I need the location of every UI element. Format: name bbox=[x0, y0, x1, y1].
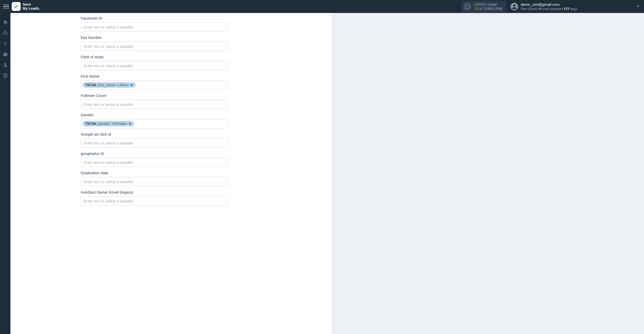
home-icon[interactable] bbox=[3, 19, 8, 25]
svg-rect-5 bbox=[6, 34, 7, 35]
chip-remove-icon[interactable]: ✕ bbox=[130, 83, 133, 87]
variable-input[interactable] bbox=[81, 42, 228, 51]
svg-point-8 bbox=[4, 63, 6, 65]
variable-input[interactable] bbox=[81, 138, 228, 148]
field-label: Follower Count bbox=[81, 93, 228, 98]
field-group: HubSpot Owner Email (legacy) bbox=[81, 190, 228, 206]
svg-point-2 bbox=[513, 4, 516, 7]
svg-rect-7 bbox=[3, 53, 7, 56]
variable-input[interactable] bbox=[81, 61, 228, 70]
form-card: Facebook IDFax NumberField of studyFirst… bbox=[10, 13, 331, 334]
usage-indicator[interactable]: LEADS usage: 20 of 13'850 (0%) bbox=[462, 1, 506, 12]
field-label: googleplus ID bbox=[81, 151, 228, 156]
help-icon[interactable] bbox=[3, 73, 8, 78]
variable-input[interactable] bbox=[81, 177, 228, 186]
svg-point-0 bbox=[467, 5, 468, 6]
user-plan: Plan |Start| left until payment 177 days bbox=[521, 7, 577, 11]
field-label: Field of study bbox=[81, 55, 228, 59]
field-group: First NameTikTok | first_name: «Jane» ✕ bbox=[81, 74, 228, 90]
svg-rect-1 bbox=[467, 6, 468, 8]
field-label: HubSpot Owner Email (legacy) bbox=[81, 190, 228, 194]
main-area: Facebook IDFax NumberField of studyFirst… bbox=[10, 13, 644, 334]
variable-input[interactable] bbox=[81, 196, 228, 206]
field-label: Facebook ID bbox=[81, 16, 228, 20]
field-label: Gender bbox=[81, 113, 228, 117]
usage-label: LEADS usage: bbox=[474, 2, 502, 6]
svg-rect-3 bbox=[5, 31, 6, 32]
info-icon bbox=[464, 3, 471, 10]
field-group: googleplus ID bbox=[81, 151, 228, 167]
sitemap-icon[interactable] bbox=[3, 30, 8, 36]
svg-text:$: $ bbox=[4, 41, 6, 46]
topbar: Save My Leads. LEADS usage: 20 of 13'850… bbox=[0, 0, 644, 13]
field-label: Google ad click id bbox=[81, 132, 228, 136]
variable-input[interactable]: TikTok | gender: «Female» ✕ bbox=[81, 119, 228, 128]
variable-input[interactable] bbox=[81, 22, 228, 32]
sidebar: $ bbox=[0, 13, 10, 334]
user-avatar-icon bbox=[511, 3, 518, 10]
field-group: GenderTikTok | gender: «Female» ✕ bbox=[81, 113, 228, 128]
svg-rect-4 bbox=[3, 34, 4, 35]
user-menu[interactable]: demo_sml@gmail.com Plan |Start| left unt… bbox=[511, 2, 577, 11]
user-icon[interactable] bbox=[3, 62, 8, 68]
field-group: Field of study bbox=[81, 55, 228, 70]
variable-input[interactable]: TikTok | first_name: «Jane» ✕ bbox=[81, 80, 228, 90]
variable-chip: TikTok | gender: «Female» ✕ bbox=[83, 121, 134, 126]
field-label: First Name bbox=[81, 74, 228, 78]
user-email: demo_sml@gmail.com bbox=[521, 2, 577, 7]
briefcase-icon[interactable] bbox=[3, 51, 8, 57]
logo-text: Save My Leads. bbox=[23, 3, 40, 10]
field-group: Follower Count bbox=[81, 93, 228, 109]
field-group: Graduation date bbox=[81, 171, 228, 186]
variable-chip: TikTok | first_name: «Jane» ✕ bbox=[83, 82, 136, 88]
svg-point-10 bbox=[5, 76, 6, 77]
chip-remove-icon[interactable]: ✕ bbox=[129, 122, 131, 126]
checkmark-icon bbox=[14, 4, 19, 9]
field-group: Facebook ID bbox=[81, 16, 228, 32]
field-group: Google ad click id bbox=[81, 132, 228, 148]
variable-input[interactable] bbox=[81, 100, 228, 109]
chevron-down-icon[interactable] bbox=[577, 4, 640, 9]
field-group: Fax Number bbox=[81, 35, 228, 51]
variable-input[interactable] bbox=[81, 158, 228, 167]
field-label: Fax Number bbox=[81, 35, 228, 40]
usage-values: 20 of 13'850 (0%) bbox=[474, 7, 502, 11]
field-label: Graduation date bbox=[81, 171, 228, 175]
logo-icon bbox=[12, 2, 21, 11]
menu-toggle[interactable] bbox=[3, 4, 9, 10]
dollar-icon[interactable]: $ bbox=[3, 41, 8, 46]
